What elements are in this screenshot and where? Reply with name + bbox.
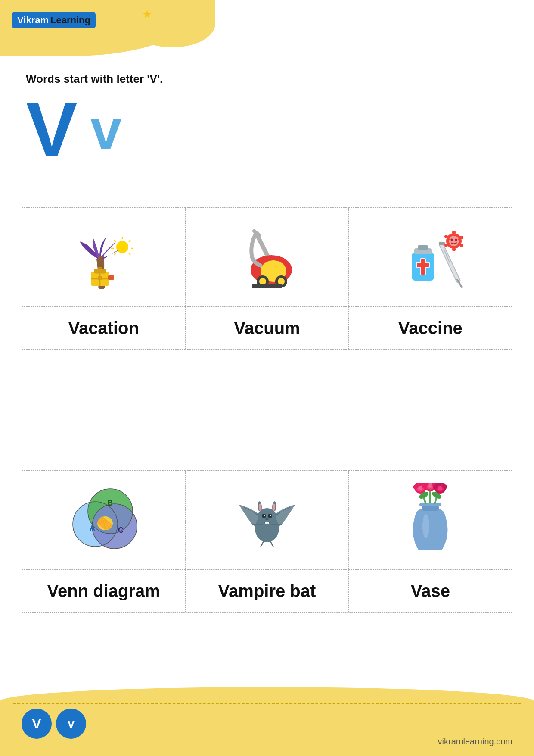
vaccine-image-cell <box>349 207 512 306</box>
svg-point-39 <box>449 236 459 246</box>
vampire-bat-icon <box>228 481 306 559</box>
venn-icon: A B C <box>65 481 143 559</box>
logo-learning: Learning <box>50 15 90 26</box>
svg-point-1 <box>116 241 128 253</box>
svg-point-52 <box>451 239 453 241</box>
vase-image-cell <box>349 470 512 569</box>
page-subtitle: Words start with letter 'V'. <box>26 72 163 86</box>
vaccine-label-cell: Vaccine <box>349 306 512 350</box>
svg-line-16 <box>256 233 269 259</box>
vocabulary-grid-1: Vacation Vacuum Vaccine <box>22 207 512 350</box>
vocabulary-grid-2: A B C <box>22 470 512 613</box>
svg-line-5 <box>129 253 130 255</box>
vampire-bat-label-cell: Vampire bat <box>185 569 348 612</box>
svg-point-45 <box>444 235 448 238</box>
vacation-image-cell <box>22 207 185 306</box>
svg-point-42 <box>460 244 463 247</box>
vacation-label: Vacation <box>68 319 139 338</box>
image-row-2: A B C <box>22 470 512 569</box>
bottom-v-uppercase: V <box>22 709 52 739</box>
svg-point-53 <box>455 239 457 241</box>
svg-rect-15 <box>108 275 114 280</box>
venn-label-cell: Venn diagram <box>22 569 185 612</box>
vase-label-cell: Vase <box>349 569 512 612</box>
letter-lowercase: v <box>90 101 121 157</box>
svg-rect-27 <box>418 245 428 250</box>
vacation-icon <box>65 218 143 296</box>
svg-rect-81 <box>267 522 269 524</box>
star-icon: ★ <box>142 8 152 21</box>
image-row-1 <box>22 207 512 306</box>
vacuum-image-cell <box>185 207 348 306</box>
svg-rect-85 <box>419 503 441 506</box>
label-row-1: Vacation Vacuum Vaccine <box>22 306 512 350</box>
svg-point-41 <box>460 236 463 239</box>
venn-image-cell: A B C <box>22 470 185 569</box>
svg-point-78 <box>270 515 271 516</box>
svg-line-3 <box>129 240 130 242</box>
svg-rect-14 <box>98 276 102 280</box>
svg-rect-31 <box>417 263 429 267</box>
svg-rect-13 <box>98 267 102 269</box>
vaccine-icon <box>391 218 469 296</box>
svg-point-44 <box>444 244 448 247</box>
svg-rect-80 <box>265 522 267 524</box>
vase-icon <box>391 481 469 559</box>
svg-line-6 <box>114 240 116 242</box>
svg-point-79 <box>265 518 269 520</box>
vacation-label-cell: Vacation <box>22 306 185 350</box>
label-row-2: Venn diagram Vampire bat Vase <box>22 569 512 612</box>
bottom-v-lowercase: v <box>56 709 86 739</box>
vacuum-icon <box>228 218 306 296</box>
website-label: vikramlearning.com <box>438 737 512 747</box>
vampire-bat-image-cell <box>185 470 348 569</box>
logo-vikram: Vikram <box>17 15 49 26</box>
vacuum-label: Vacuum <box>234 319 300 338</box>
venn-label: Venn diagram <box>47 581 160 601</box>
svg-point-23 <box>278 278 285 285</box>
svg-point-21 <box>259 278 266 285</box>
svg-rect-35 <box>439 242 445 245</box>
vampire-bat-label: Vampire bat <box>218 581 316 601</box>
svg-point-86 <box>422 514 429 538</box>
svg-rect-24 <box>252 284 282 288</box>
logo: Vikram Learning <box>12 12 96 28</box>
vaccine-label: Vaccine <box>398 319 463 338</box>
vase-label: Vase <box>411 581 450 601</box>
letter-uppercase: V <box>26 91 78 168</box>
letters-display: V v <box>26 91 121 168</box>
dotted-divider <box>13 703 521 704</box>
svg-line-8 <box>114 253 116 255</box>
vacuum-label-cell: Vacuum <box>185 306 348 350</box>
svg-point-77 <box>264 515 265 516</box>
bottom-letter-display: V v <box>22 709 86 739</box>
